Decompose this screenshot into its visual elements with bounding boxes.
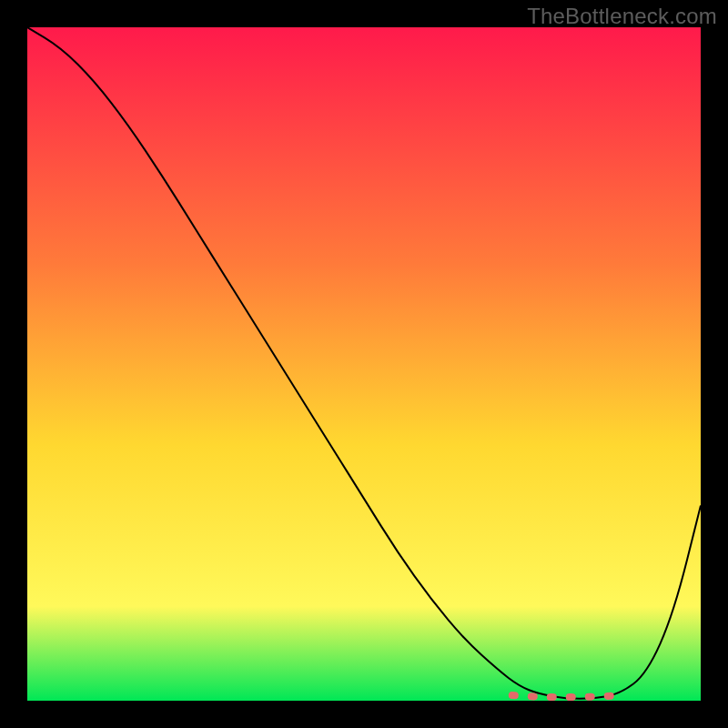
watermark-text: TheBottleneck.com	[527, 4, 717, 29]
plot-area	[27, 27, 701, 701]
chart-frame: TheBottleneck.com	[0, 0, 728, 728]
gradient-background	[27, 27, 701, 701]
chart-svg	[27, 27, 701, 701]
